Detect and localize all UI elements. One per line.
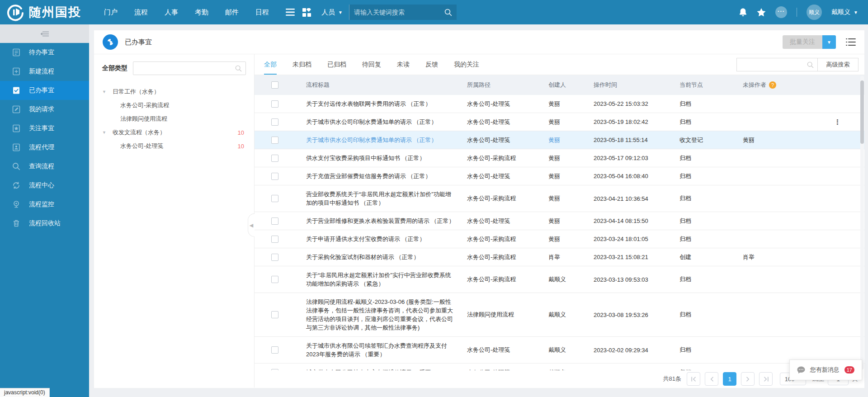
search-icon[interactable] (807, 61, 814, 68)
row-creator[interactable]: 黄丽 (548, 154, 594, 162)
app-grid-icon[interactable] (299, 5, 314, 20)
filter-tab-4[interactable]: 未读 (397, 54, 410, 75)
row-title[interactable]: 关于支付远传水表物联网卡费用的请示 （正常） (295, 99, 467, 108)
top-menu-item-2[interactable]: 人事 (165, 8, 178, 17)
first-page-button[interactable] (687, 372, 700, 386)
scrollbar-thumb[interactable] (860, 80, 864, 144)
tree-node[interactable]: ▼ 收发文流程（水务） 10 (102, 126, 246, 139)
row-title[interactable]: 关于营业部维修和更换水表检验装置费用的请示 （正常） (295, 217, 467, 225)
tree-caret-icon[interactable]: ▼ (102, 130, 108, 135)
select-all-checkbox[interactable] (271, 81, 278, 89)
row-title[interactable]: 关于城市供水有限公司续签鄂汇办水费查询程序及支付2023年服务费的请示 （重要） (295, 341, 467, 359)
new-message-toast[interactable]: 您有新消息 17 (789, 359, 862, 380)
row-creator[interactable]: 戴顺义 (548, 369, 594, 371)
row-creator[interactable]: 黄丽 (548, 172, 594, 180)
tree-search-input[interactable] (137, 65, 235, 72)
table-row[interactable]: 关于营业部维修和更换水表检验装置费用的请示 （正常） 水务公司-处理笺 黄丽 2… (255, 212, 864, 230)
sidebar-item-2[interactable]: 已办事宜 (0, 81, 89, 100)
row-title[interactable]: 法律顾问使用流程-戴顺义-2023-03-06 (服务类型:一般性法律事务，包括… (295, 298, 467, 332)
row-title[interactable]: 关于采购化验室试剂和器材的请示 （正常） (295, 253, 467, 261)
sidebar-item-9[interactable]: 流程回收站 (0, 214, 89, 233)
row-title[interactable]: 关于申请开通供水支付宝收费的请示 （正常） (295, 235, 467, 243)
sidebar-item-0[interactable]: 待办事宜 (0, 43, 89, 62)
row-title[interactable]: 营业部收费系统关于“非居民用水超定额累计加价”功能增加的项目中标通知书 （正常） (295, 190, 467, 207)
sidebar-item-5[interactable]: 流程代理 (0, 138, 89, 157)
row-creator[interactable]: 戴顺义 (548, 346, 594, 354)
row-checkbox[interactable] (271, 195, 278, 202)
prev-page-button[interactable] (705, 372, 718, 386)
row-checkbox[interactable] (271, 276, 278, 283)
sidebar-item-8[interactable]: 流程监控 (0, 195, 89, 214)
tree-node[interactable]: 水务公司-采购流程 (102, 99, 246, 112)
batch-follow-dropdown[interactable]: ▼ (822, 35, 836, 49)
row-more-menu-icon[interactable]: ⋮ (834, 119, 841, 125)
row-checkbox[interactable] (271, 118, 278, 126)
sidebar-item-1[interactable]: 新建流程 (0, 62, 89, 81)
top-menu-item-0[interactable]: 门户 (104, 8, 118, 17)
bell-icon[interactable] (739, 8, 747, 17)
tree-collapse-handle[interactable]: ◀ (248, 213, 255, 237)
app-logo[interactable]: 随州国投 (0, 3, 94, 21)
advanced-search-button[interactable]: 高级搜索 (818, 58, 859, 71)
top-menu-item-4[interactable]: 邮件 (225, 8, 239, 17)
page-button-current[interactable]: 1 (723, 372, 736, 386)
table-row[interactable]: 关于“非居民用水超定额累计加价”实行中营业部收费系统功能增加的采购请示 （紧急）… (255, 266, 864, 293)
row-checkbox[interactable] (271, 254, 278, 261)
sidebar-item-3[interactable]: 我的请求 (0, 100, 89, 119)
search-icon[interactable] (444, 9, 452, 16)
user-menu[interactable]: 戴顺义 ▼ (831, 8, 858, 16)
row-title[interactable]: 城市供水有限公司抄表中心车辆维修请示 （重要） (295, 368, 467, 370)
row-checkbox[interactable] (271, 155, 278, 162)
table-row[interactable]: 关于城市供水有限公司续签鄂汇办水费查询程序及支付2023年服务费的请示 （重要）… (255, 337, 864, 364)
row-creator[interactable]: 黄丽 (548, 136, 594, 144)
table-search-input[interactable] (741, 61, 807, 68)
top-menu-item-5[interactable]: 日程 (255, 8, 269, 17)
list-view-icon[interactable] (846, 38, 856, 46)
row-checkbox[interactable] (271, 346, 278, 354)
sidebar-item-7[interactable]: 流程中心 (0, 176, 89, 195)
more-icon[interactable]: ··· (775, 6, 787, 18)
batch-follow-button[interactable]: 批量关注 (783, 35, 822, 49)
last-page-button[interactable] (759, 372, 773, 386)
sidebar-item-4[interactable]: 关注事宜 (0, 119, 89, 138)
table-row[interactable]: 营业部收费系统关于“非居民用水超定额累计加价”功能增加的项目中标通知书 （正常）… (255, 185, 864, 212)
row-checkbox[interactable] (271, 137, 278, 144)
filter-tab-6[interactable]: 我的关注 (454, 54, 479, 75)
sidebar-item-6[interactable]: 查询流程 (0, 157, 89, 176)
row-title[interactable]: 关于城市供水公司印制水费通知单的请示 （正常） (295, 136, 467, 144)
table-row[interactable]: 关于充值营业部催费短信服务费的请示 （正常） 水务公司-处理笺 黄丽 2023-… (255, 167, 864, 185)
global-search-input[interactable] (354, 9, 444, 16)
filter-tab-5[interactable]: 反馈 (425, 54, 438, 75)
table-row[interactable]: 供水支付宝收费采购项目中标通知书 （正常） 水务公司-采购流程 黄丽 2023-… (255, 149, 864, 167)
row-title[interactable]: 关于城市供水公司印制水费通知单的请示 （正常） (295, 118, 467, 126)
help-icon[interactable]: ? (769, 81, 776, 89)
next-page-button[interactable] (741, 372, 755, 386)
row-title[interactable]: 关于充值营业部催费短信服务费的请示 （正常） (295, 172, 467, 180)
row-checkbox[interactable] (271, 217, 278, 225)
table-row[interactable]: 关于采购化验室试剂和器材的请示 （正常） 水务公司-采购流程 肖举 2023-0… (255, 248, 864, 266)
row-creator[interactable]: 黄丽 (548, 235, 594, 243)
row-creator[interactable]: 黄丽 (548, 194, 594, 203)
filter-tab-3[interactable]: 待回复 (362, 54, 381, 75)
row-checkbox[interactable] (271, 369, 278, 371)
row-creator[interactable]: 黄丽 (548, 118, 594, 126)
table-row[interactable]: 关于支付远传水表物联网卡费用的请示 （正常） 水务公司-处理笺 黄丽 2023-… (255, 95, 864, 113)
row-checkbox[interactable] (271, 236, 278, 243)
filter-tab-2[interactable]: 已归档 (327, 54, 346, 75)
filter-tab-0[interactable]: 全部 (264, 54, 277, 75)
row-checkbox[interactable] (271, 173, 278, 180)
top-menu-item-1[interactable]: 流程 (134, 8, 148, 17)
table-row[interactable]: 关于城市供水公司印制水费通知单的请示 （正常） 水务公司-处理笺 黄丽 2023… (255, 113, 864, 131)
row-title[interactable]: 供水支付宝收费采购项目中标通知书 （正常） (295, 154, 467, 162)
sidebar-collapse-toggle[interactable] (0, 24, 89, 43)
row-checkbox[interactable] (271, 100, 278, 108)
table-row[interactable]: 关于申请开通供水支付宝收费的请示 （正常） 水务公司-采购流程 黄丽 2023-… (255, 230, 864, 248)
row-creator[interactable]: 戴顺义 (548, 311, 594, 319)
hamburger-icon[interactable] (283, 5, 298, 20)
top-menu-item-3[interactable]: 考勤 (195, 8, 208, 17)
row-creator[interactable]: 戴顺义 (548, 275, 594, 284)
search-scope-select[interactable]: 人员 ▼ (321, 8, 343, 17)
tree-node[interactable]: 法律顾问使用流程 (102, 112, 246, 126)
tree-node[interactable]: 水务公司-处理笺 10 (102, 139, 246, 153)
tree-node[interactable]: ▼ 日常工作（水务） (102, 85, 246, 99)
